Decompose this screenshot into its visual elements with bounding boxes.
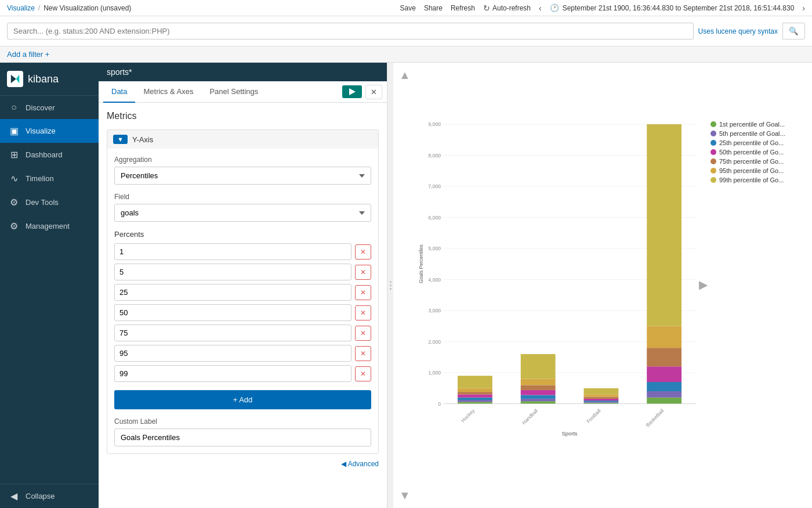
- legend-item: 99th percentile of Go...: [710, 176, 809, 183]
- percent-input[interactable]: [114, 304, 351, 321]
- panel-header: sports*: [99, 63, 387, 81]
- svg-rect-24: [458, 398, 492, 400]
- sidebar-item-discover[interactable]: ○ Discover: [0, 96, 99, 119]
- percent-row: ✕: [114, 284, 371, 301]
- sidebar-item-label-discover: Discover: [26, 103, 55, 112]
- percent-rows: ✕ ✕ ✕ ✕ ✕ ✕ ✕: [114, 243, 371, 382]
- sidebar-item-visualize[interactable]: ▣ Visualize: [0, 119, 99, 143]
- time-prev-button[interactable]: ‹: [539, 3, 542, 13]
- svg-rect-34: [521, 385, 556, 390]
- panel-tabs: Data Metrics & Axes Panel Settings ✕: [99, 81, 387, 103]
- aggregation-label: Aggregation: [114, 156, 371, 164]
- legend-label: 1st percentile of Goal...: [719, 121, 785, 128]
- legend-label: 5th percentile of Goal...: [719, 130, 785, 137]
- field-group: Field goals: [114, 193, 371, 222]
- close-button[interactable]: ✕: [365, 85, 382, 99]
- svg-rect-47: [647, 391, 682, 398]
- aggregation-select[interactable]: Percentiles: [114, 167, 371, 185]
- add-filter-button[interactable]: Add a filter +: [7, 50, 49, 59]
- search-button[interactable]: 🔍: [782, 23, 805, 39]
- svg-rect-33: [521, 390, 556, 395]
- svg-rect-23: [458, 400, 492, 402]
- kibana-icon: [7, 71, 23, 87]
- delete-percent-button[interactable]: ✕: [355, 366, 371, 381]
- save-button[interactable]: Save: [400, 4, 416, 12]
- chart-scroll-up[interactable]: ▲: [399, 69, 411, 82]
- tab-data[interactable]: Data: [103, 81, 135, 103]
- legend-item: 5th percentile of Goal...: [710, 130, 809, 137]
- advanced-link[interactable]: ◀ Advanced: [107, 460, 379, 468]
- svg-text:Handball: Handball: [521, 408, 539, 426]
- svg-rect-32: [521, 395, 556, 398]
- svg-text:0: 0: [438, 401, 441, 407]
- field-select[interactable]: goals: [114, 204, 371, 222]
- tab-metrics-axes[interactable]: Metrics & Axes: [135, 81, 201, 103]
- breadcrumb-visualize[interactable]: Visualize: [7, 4, 35, 12]
- time-next-button[interactable]: ›: [802, 3, 805, 13]
- percent-input[interactable]: [114, 243, 351, 260]
- svg-rect-48: [647, 382, 682, 391]
- svg-text:4,000: 4,000: [429, 277, 441, 283]
- svg-rect-46: [647, 398, 682, 404]
- delete-percent-button[interactable]: ✕: [355, 265, 371, 280]
- percent-input[interactable]: [114, 325, 351, 341]
- legend-label: 95th percentile of Go...: [719, 167, 784, 174]
- delete-percent-button[interactable]: ✕: [355, 244, 371, 260]
- delete-percent-button[interactable]: ✕: [355, 346, 371, 361]
- percent-input[interactable]: [114, 365, 351, 382]
- management-icon: ⚙: [8, 221, 20, 232]
- add-percent-button[interactable]: + Add: [114, 390, 371, 409]
- legend-dot: [710, 131, 716, 136]
- legend-dot: [710, 158, 716, 164]
- delete-percent-button[interactable]: ✕: [355, 326, 371, 341]
- time-range-display[interactable]: 🕐 September 21st 1900, 16:36:44.830 to S…: [550, 3, 795, 12]
- metric-item-header[interactable]: ▼ Y-Axis: [107, 130, 378, 149]
- legend-dot: [710, 149, 716, 155]
- drag-handle[interactable]: [387, 63, 393, 508]
- svg-text:Basketball: Basketball: [645, 408, 665, 428]
- search-input[interactable]: [7, 23, 694, 39]
- svg-rect-50: [647, 348, 682, 366]
- custom-label-label: Custom Label: [114, 417, 371, 426]
- legend-dot: [710, 177, 716, 183]
- svg-text:5,000: 5,000: [429, 246, 441, 251]
- metric-badge[interactable]: ▼: [113, 135, 128, 144]
- svg-rect-36: [521, 354, 556, 379]
- sidebar-item-dashboard[interactable]: ⊞ Dashboard: [0, 143, 99, 167]
- content-area: sports* Data Metrics & Axes Panel Settin…: [99, 63, 812, 508]
- panel-title: sports*: [107, 67, 132, 77]
- chart-next-button[interactable]: ▶: [699, 278, 708, 291]
- refresh-button[interactable]: Refresh: [451, 4, 475, 12]
- time-range-text: September 21st 1900, 16:36:44.830 to Sep…: [563, 4, 795, 12]
- svg-rect-28: [458, 376, 492, 388]
- svg-rect-27: [458, 388, 492, 392]
- sidebar-item-timelion[interactable]: ∿ Timelion: [0, 167, 99, 190]
- legend-label: 99th percentile of Go...: [719, 176, 784, 183]
- sidebar-item-devtools[interactable]: ⚙ Dev Tools: [0, 190, 99, 214]
- run-button[interactable]: [342, 85, 362, 98]
- svg-text:8,000: 8,000: [429, 153, 441, 158]
- svg-rect-39: [583, 402, 618, 403]
- percent-input[interactable]: [114, 345, 351, 362]
- lucene-link[interactable]: Uses lucene query syntax: [698, 27, 778, 35]
- chart-scroll-down[interactable]: ▼: [399, 489, 411, 502]
- sidebar-item-label-dashboard: Dashboard: [26, 150, 63, 159]
- delete-percent-button[interactable]: ✕: [355, 285, 371, 300]
- metrics-heading: Metrics: [107, 111, 379, 121]
- breadcrumb-sep: /: [38, 4, 40, 12]
- tab-panel-settings[interactable]: Panel Settings: [201, 81, 266, 103]
- legend-dot: [710, 168, 716, 174]
- search-bar: Uses lucene query syntax 🔍: [0, 16, 812, 46]
- svg-marker-0: [349, 88, 356, 95]
- sidebar-item-management[interactable]: ⚙ Management: [0, 214, 99, 238]
- percent-input[interactable]: [114, 284, 351, 301]
- percent-input[interactable]: [114, 264, 351, 280]
- svg-rect-51: [647, 326, 682, 348]
- share-button[interactable]: Share: [424, 4, 443, 12]
- sidebar-item-collapse[interactable]: ◀ Collapse: [0, 484, 99, 508]
- custom-label-group: Custom Label: [114, 417, 371, 446]
- delete-percent-button[interactable]: ✕: [355, 305, 371, 320]
- custom-label-input[interactable]: [114, 428, 371, 446]
- auto-refresh-button[interactable]: Auto-refresh: [492, 4, 531, 12]
- legend-item: 50th percentile of Go...: [710, 149, 809, 156]
